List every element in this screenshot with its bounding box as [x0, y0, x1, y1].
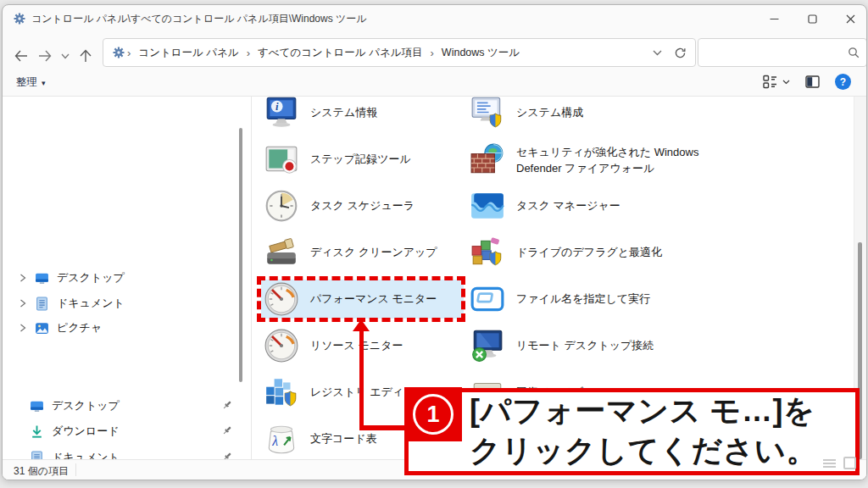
- pin-icon: [221, 424, 233, 437]
- disk-cleanup-icon: [264, 235, 299, 270]
- sidebar-item-label: デスクトップ: [57, 270, 125, 286]
- history-chevron-icon[interactable]: [55, 46, 75, 66]
- control-panel-gear-icon: [13, 12, 26, 25]
- address-bar[interactable]: › コントロール パネル › すべてのコントロール パネル項目 › Window…: [103, 38, 696, 67]
- annotation-step-badge: 1: [404, 387, 462, 441]
- sidebar-item-label: ドキュメント: [57, 296, 125, 311]
- list-item-system-info[interactable]: i システム情報: [264, 95, 377, 130]
- maximize-button[interactable]: [800, 10, 824, 27]
- breadcrumb-windows-tools[interactable]: Windows ツール: [436, 46, 526, 60]
- chevron-right-icon[interactable]: [16, 324, 30, 332]
- sidebar-scrollbar[interactable]: [239, 128, 242, 382]
- sidebar-item-documents[interactable]: ドキュメント: [16, 292, 125, 314]
- window-title: コントロール パネル\すべてのコントロール パネル項目\Windows ツール: [31, 12, 367, 26]
- task-manager-icon: [470, 188, 505, 224]
- sidebar-item-label: ダウンロード: [52, 424, 120, 439]
- navigation-pane: デスクトップ ドキュメント ピクチャ デスクトップ ダウンロード: [3, 97, 251, 459]
- annotation-arrow-head-icon: [353, 319, 370, 331]
- character-map-icon: λ: [264, 421, 299, 457]
- sidebar-item-desktop[interactable]: デスクトップ: [16, 267, 125, 289]
- annotation-line1: [パフォーマンス モ…]を: [470, 391, 817, 430]
- preview-pane-icon[interactable]: [805, 75, 820, 88]
- annotation-line2: クリックしてください。: [470, 430, 817, 470]
- downloads-icon: [30, 424, 44, 439]
- list-item-steps-recorder[interactable]: ステップ記録ツール: [264, 141, 411, 177]
- list-item-label: システム情報: [310, 104, 377, 121]
- list-item-system-config[interactable]: システム構成: [470, 95, 583, 130]
- registry-editor-icon: [264, 374, 299, 410]
- resource-monitor-icon: [264, 328, 299, 363]
- chevron-down-icon: ▾: [42, 79, 46, 87]
- list-item-registry-editor[interactable]: レジストリ エディター: [264, 374, 426, 410]
- status-divider: [75, 463, 76, 476]
- sidebar-item-label: ピクチャ: [57, 320, 102, 336]
- control-panel-gear-icon: [112, 46, 125, 59]
- desktop-icon: [30, 399, 44, 413]
- list-item-task-manager[interactable]: タスク マネージャー: [470, 188, 620, 224]
- step-number: 1: [413, 394, 453, 435]
- chevron-down-icon[interactable]: [653, 50, 662, 56]
- list-item-defrag[interactable]: ドライブのデフラグと最適化: [470, 235, 662, 270]
- search-icon: [848, 47, 860, 58]
- list-item-run[interactable]: ファイル名を指定して実行: [470, 281, 650, 317]
- breadcrumb-separator-icon: ›: [125, 47, 132, 59]
- task-scheduler-icon: [264, 188, 299, 224]
- remote-desktop-icon: [470, 328, 505, 363]
- view-options-button[interactable]: [763, 75, 790, 89]
- list-item-label: タスク マネージャー: [516, 197, 620, 214]
- list-item-label: ファイル名を指定して実行: [516, 291, 650, 308]
- chevron-right-icon[interactable]: [16, 299, 30, 308]
- pictures-icon: [35, 321, 49, 336]
- list-item-firewall[interactable]: セキュリティが強化された Windows Defender ファイアウォール: [470, 133, 699, 187]
- sidebar-item-desktop-pinned[interactable]: デスクトップ: [30, 395, 120, 417]
- organize-menu-button[interactable]: 整理 ▾: [16, 75, 46, 90]
- annotation-arrow-connector: [359, 425, 405, 430]
- list-item-label: ドライブのデフラグと最適化: [516, 244, 662, 261]
- search-input[interactable]: [698, 47, 848, 58]
- breadcrumb-control-panel[interactable]: コントロール パネル: [132, 46, 244, 60]
- svg-text:λ: λ: [271, 434, 278, 448]
- sidebar-item-downloads-pinned[interactable]: ダウンロード: [30, 420, 120, 442]
- sidebar-item-pictures[interactable]: ピクチャ: [16, 317, 102, 339]
- close-button[interactable]: [838, 10, 862, 27]
- breadcrumb-all-items[interactable]: すべてのコントロール パネル項目: [252, 46, 429, 60]
- back-button[interactable]: [11, 46, 31, 66]
- steps-recorder-icon: [264, 141, 299, 177]
- list-item-label: セキュリティが強化された Windows Defender ファイアウォール: [516, 144, 699, 177]
- pin-icon: [221, 399, 233, 412]
- annotation-dashed-highlight: [257, 276, 465, 322]
- list-item-remote-desktop[interactable]: リモート デスクトップ接続: [470, 328, 654, 363]
- list-item-task-scheduler[interactable]: タスク スケジューラ: [264, 188, 415, 224]
- list-item-label: タスク スケジューラ: [310, 197, 415, 214]
- sidebar-item-label: デスクトップ: [52, 398, 120, 413]
- items-count: 31 個の項目: [14, 464, 69, 479]
- chevron-down-icon: [782, 80, 790, 85]
- details-view-icon[interactable]: [823, 459, 836, 468]
- forward-button[interactable]: [35, 46, 55, 66]
- chevron-right-icon[interactable]: [16, 274, 30, 282]
- desktop-icon: [35, 271, 49, 286]
- svg-text:i: i: [275, 101, 279, 113]
- list-item-label: リソース モニター: [310, 337, 403, 354]
- refresh-icon[interactable]: [674, 47, 687, 59]
- list-item-disk-cleanup[interactable]: ディスク クリーンアップ: [264, 235, 437, 270]
- thumbnails-view-icon[interactable]: [843, 457, 856, 469]
- breadcrumb-separator-icon: ›: [429, 47, 436, 59]
- annotation-arrow-line: [359, 330, 364, 430]
- up-button[interactable]: [75, 46, 96, 66]
- annotation-callout: [パフォーマンス モ…]を クリックしてください。: [404, 388, 860, 475]
- list-item-label: ディスク クリーンアップ: [310, 244, 437, 261]
- command-toolbar: 整理 ▾ ?: [3, 72, 866, 96]
- help-icon[interactable]: ?: [835, 74, 851, 90]
- list-item-label: リモート デスクトップ接続: [516, 337, 654, 354]
- minimize-button[interactable]: [762, 10, 786, 27]
- search-box[interactable]: [698, 38, 867, 67]
- list-item-resource-monitor[interactable]: リソース モニター: [264, 328, 403, 363]
- defrag-icon: [470, 235, 505, 270]
- system-info-icon: i: [264, 95, 299, 130]
- list-item-label: システム構成: [516, 104, 583, 121]
- organize-label: 整理: [16, 75, 37, 90]
- breadcrumb-separator-icon: ›: [245, 47, 252, 59]
- firewall-icon: [470, 142, 505, 178]
- list-item-label: ステップ記録ツール: [310, 151, 411, 168]
